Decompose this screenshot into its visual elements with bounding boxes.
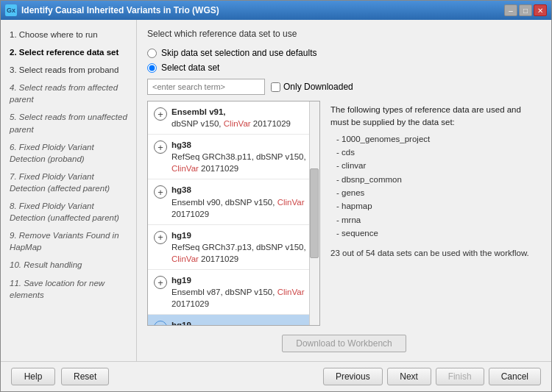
sidebar-item-9[interactable]: 9. Remove Variants Found in HapMap (1, 227, 136, 256)
radio-select[interactable] (147, 63, 157, 73)
dataset-item-4[interactable]: + hg19 Ensembl v87, dbSNP v150, ClinVar … (148, 270, 319, 315)
step-6-label: Fixed Ploidy Variant Detection (proband) (10, 143, 94, 163)
dataset-item-0[interactable]: + Ensembl v91, dbSNP v150, ClinVar 20171… (148, 101, 319, 135)
info-item-4: - genes (336, 186, 538, 199)
step-5-label: Select reads from unaffected parent (10, 113, 127, 133)
info-item-1: - cds (336, 146, 538, 159)
scrollbar-track[interactable] (309, 101, 319, 325)
bottom-bar: Help Reset Previous Next Finish Cancel (1, 361, 551, 391)
bottom-right: Previous Next Finish Cancel (323, 368, 541, 385)
download-btn-row: Download to Workbench (147, 335, 541, 352)
reset-button[interactable]: Reset (61, 368, 109, 385)
sidebar-item-7[interactable]: 7. Fixed Ploidy Variant Detection (affec… (1, 168, 136, 197)
step-2-label: Select reference data set (19, 48, 119, 57)
step-3-num: 3. (10, 65, 19, 74)
scrollbar-thumb[interactable] (310, 168, 319, 258)
sidebar-item-8[interactable]: 8. Fixed Ploidy Variant Detection (unaff… (1, 197, 136, 227)
dataset-details-4: Ensembl v87, dbSNP v150, ClinVar 2017102… (171, 288, 304, 308)
radio-select-row[interactable]: Select data set (147, 63, 541, 73)
sidebar-item-4[interactable]: 4. Select reads from affected parent (1, 79, 136, 108)
content-area: 1. Choose where to run 2. Select referen… (1, 20, 551, 361)
sidebar-item-10[interactable]: 10. Result handling (1, 256, 136, 274)
radio-skip[interactable] (147, 49, 157, 58)
step-2-num: 2. (10, 48, 19, 57)
only-downloaded-row[interactable]: Only Downloaded (271, 82, 353, 92)
window-controls: – □ ✕ (504, 4, 547, 16)
window-title: Identify Causal Inherited Variants in Tr… (21, 5, 219, 15)
step-7-num: 7. (10, 172, 19, 181)
dataset-genome-5: hg19 (171, 319, 314, 326)
info-panel: The following types of reference data ar… (328, 101, 541, 326)
previous-button[interactable]: Previous (323, 368, 383, 385)
step-10-label: Result handling (24, 260, 82, 269)
dataset-item-2[interactable]: + hg38 Ensembl v90, dbSNP v150, ClinVar … (148, 179, 319, 224)
only-downloaded-checkbox[interactable] (271, 82, 280, 92)
dataset-text-5: hg19 Ensembl v74, dbSNP v138, ClinVar 20… (171, 319, 314, 326)
sidebar: 1. Choose where to run 2. Select referen… (1, 20, 137, 361)
radio-select-label: Select data set (161, 63, 219, 73)
sidebar-item-1[interactable]: 1. Choose where to run (1, 26, 136, 43)
step-4-label: Select reads from affected parent (10, 83, 118, 104)
cancel-button[interactable]: Cancel (489, 368, 541, 385)
info-list: - 1000_genomes_project - cds - clinvar -… (336, 132, 538, 240)
dataset-icon-2: + (154, 185, 167, 199)
next-button[interactable]: Next (387, 368, 431, 385)
sidebar-item-2[interactable]: 2. Select reference data set (1, 43, 136, 61)
dataset-icon-4: + (154, 276, 167, 289)
dataset-genome-3: hg19 (171, 229, 314, 241)
main-panel: Select which reference data set to use S… (137, 20, 551, 361)
sidebar-item-6[interactable]: 6. Fixed Ploidy Variant Detection (proba… (1, 138, 136, 168)
search-input[interactable] (147, 79, 265, 95)
info-item-5: - hapmap (336, 199, 538, 213)
dataset-genome-0: Ensembl v91, (171, 106, 291, 118)
step-4-num: 4. (10, 83, 19, 92)
dataset-item-3[interactable]: + hg19 RefSeq GRCh37.p13, dbSNP v150, Cl… (148, 225, 319, 270)
finish-button[interactable]: Finish (436, 368, 484, 385)
dataset-text-1: hg38 RefSeq GRCh38.p11, dbSNP v150, Clin… (171, 139, 314, 174)
info-summary: 23 out of 54 data sets can be used with … (330, 246, 538, 260)
info-title: The following types of reference data ar… (330, 104, 538, 129)
dataset-item-5[interactable]: ✓ hg19 Ensembl v74, dbSNP v138, ClinVar … (148, 315, 319, 326)
dataset-text-0: Ensembl v91, dbSNP v150, ClinVar 2017102… (171, 106, 291, 129)
step-1-num: 1. (10, 30, 19, 39)
dataset-text-4: hg19 Ensembl v87, dbSNP v150, ClinVar 20… (171, 274, 314, 310)
step-9-num: 9. (10, 231, 19, 240)
dataset-genome-2: hg38 (171, 184, 314, 196)
dataset-item-1[interactable]: + hg38 RefSeq GRCh38.p11, dbSNP v150, Cl… (148, 135, 319, 179)
dataset-icon-5: ✓ (154, 321, 167, 326)
info-item-6: - mrna (336, 213, 538, 227)
step-8-label: Fixed Ploidy Variant Detection (unaffect… (10, 202, 119, 222)
dataset-text-3: hg19 RefSeq GRCh37.p13, dbSNP v150, Clin… (171, 229, 314, 265)
title-bar: Gx Identify Causal Inherited Variants in… (1, 1, 551, 20)
only-downloaded-label: Only Downloaded (283, 82, 353, 92)
dataset-details-3: RefSeq GRCh37.p13, dbSNP v150, ClinVar 2… (171, 243, 306, 263)
info-item-0: - 1000_genomes_project (336, 132, 538, 146)
sidebar-item-3[interactable]: 3. Select reads from proband (1, 61, 136, 79)
step-9-label: Remove Variants Found in HapMap (10, 231, 119, 252)
download-workbench-button[interactable]: Download to Workbench (282, 335, 406, 352)
dataset-icon-1: + (154, 140, 167, 154)
close-button[interactable]: ✕ (534, 4, 547, 16)
dataset-genome-1: hg38 (171, 139, 314, 151)
dataset-details-1: RefSeq GRCh38.p11, dbSNP v150, ClinVar 2… (171, 152, 306, 173)
search-row: Only Downloaded (147, 79, 541, 95)
maximize-button[interactable]: □ (519, 4, 532, 16)
sidebar-item-5[interactable]: 5. Select reads from unaffected parent (1, 108, 136, 138)
dataset-genome-4: hg19 (171, 274, 314, 286)
bottom-left: Help Reset (11, 368, 109, 385)
step-11-num: 11. (10, 279, 24, 288)
help-button[interactable]: Help (11, 368, 55, 385)
dataset-icon-3: + (154, 231, 167, 244)
radio-group: Skip data set selection and use defaults… (147, 48, 541, 73)
radio-skip-row[interactable]: Skip data set selection and use defaults (147, 48, 541, 58)
radio-skip-label: Skip data set selection and use defaults (161, 48, 316, 58)
dataset-details-0: dbSNP v150, ClinVar 20171029 (171, 119, 291, 128)
info-item-3: - dbsnp_common (336, 173, 538, 186)
title-bar-left: Gx Identify Causal Inherited Variants in… (5, 4, 219, 16)
sidebar-item-11[interactable]: 11. Save location for new elements (1, 274, 136, 304)
minimize-button[interactable]: – (504, 4, 517, 16)
step-5-num: 5. (10, 113, 19, 121)
step-6-num: 6. (10, 143, 19, 152)
panel-title: Select which reference data set to use (147, 29, 541, 39)
step-11-label: Save location for new elements (10, 279, 105, 299)
